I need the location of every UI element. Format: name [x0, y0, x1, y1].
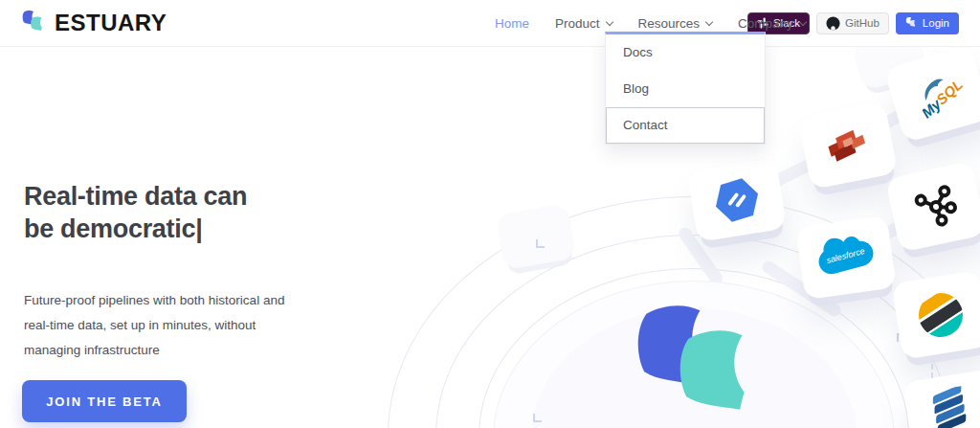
hero-heading: Real-time data can be democratic| — [24, 180, 311, 245]
login-button[interactable]: Login — [896, 12, 959, 34]
github-button[interactable]: GitHub — [816, 12, 889, 34]
blue-stack-logo — [923, 384, 980, 428]
octocat-icon — [826, 16, 840, 31]
brand-name: ESTUARY — [55, 10, 167, 36]
nav-item-label: Company — [738, 16, 793, 31]
dropdown-item-docs[interactable]: Docs — [606, 34, 765, 71]
brand-logo[interactable]: ESTUARY — [21, 10, 167, 36]
salesforce-wordmark: salesforce — [817, 244, 874, 268]
resources-dropdown-menu: Docs Blog Contact — [605, 32, 766, 145]
github-button-label: GitHub — [845, 17, 880, 29]
estuary-landing-page: MySQL — [0, 0, 980, 428]
elastic-logo — [910, 284, 971, 346]
kafka-logo — [910, 181, 963, 234]
chevron-down-icon — [605, 18, 612, 26]
nav-item-home[interactable]: Home — [495, 16, 529, 31]
chevron-down-icon — [799, 18, 807, 26]
corner-bracket-icon — [533, 414, 542, 422]
nav-item-label: Resources — [638, 16, 701, 31]
tile-elastic — [891, 270, 980, 359]
red-cubes-logo — [820, 122, 877, 169]
estuary-flag-icon — [21, 11, 48, 35]
nav-item-company[interactable]: Company — [738, 16, 806, 31]
blue-hexagon-logo — [709, 174, 765, 226]
nav-item-label: Product — [555, 16, 600, 31]
header: ESTUARY Home Product Resources Company S… — [0, 0, 980, 47]
estuary-flag-logo — [632, 304, 754, 418]
tile-salesforce: salesforce — [795, 215, 897, 301]
tile-kafka — [885, 161, 980, 252]
estuary-flag-icon — [905, 17, 918, 29]
tile-red-cubes — [798, 101, 899, 190]
salesforce-cloud-logo: salesforce — [816, 238, 877, 277]
nav-item-label: Home — [495, 16, 529, 31]
dropdown-item-contact[interactable]: Contact — [606, 107, 765, 144]
nav-item-product[interactable]: Product — [555, 16, 612, 31]
corner-bracket-icon — [536, 239, 545, 248]
nav-item-resources[interactable]: Resources — [638, 16, 713, 31]
login-button-label: Login — [923, 17, 949, 29]
tile-blue-hexagon — [687, 158, 787, 242]
mysql-logo: MySQL — [910, 67, 966, 122]
hero-paragraph: Future-proof pipelines with both histori… — [24, 288, 311, 363]
chevron-down-icon — [705, 18, 713, 26]
join-beta-button[interactable]: JOIN THE BETA — [22, 380, 187, 422]
dropdown-item-blog[interactable]: Blog — [606, 71, 765, 107]
